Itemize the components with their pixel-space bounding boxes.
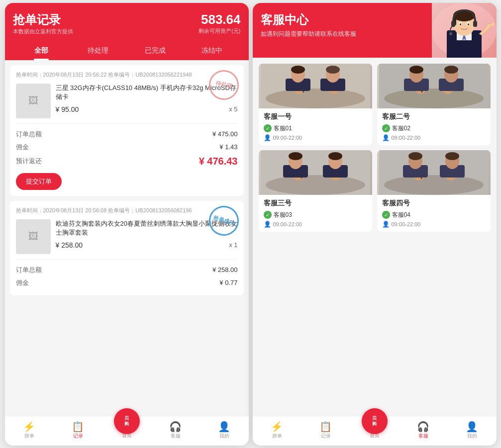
cs-status-3: ✓ 客服03 — [264, 211, 367, 219]
order-product-1: 🖼 三星 32G内存卡(CLASS10 48MB/s) 手机内存卡32g Mic… — [16, 84, 238, 118]
right-nav-pindan[interactable]: ⚡ 拼单 — [253, 416, 301, 446]
right-nav-mine[interactable]: 👤 我的 — [448, 416, 497, 446]
meeting-svg-3 — [261, 150, 370, 195]
cs-image-2 — [377, 64, 491, 108]
product-image-1: 🖼 — [16, 84, 51, 118]
svg-point-13 — [449, 32, 452, 35]
left-phone: 抢单记录 本数据由立返利官方提供 583.64 剩余可用资产(元) 全部 待处理… — [5, 3, 249, 446]
svg-point-55 — [384, 175, 484, 195]
nav-mine[interactable]: 👤 我的 — [200, 416, 249, 446]
cs-card-info-2: 客服二号 ✓ 客服02 👤 09:00-22:00 — [377, 108, 491, 145]
order-total-row-2: 订单总额 ¥ 258.00 — [16, 264, 238, 276]
svg-point-29 — [384, 89, 484, 108]
tab-pending[interactable]: 待处理 — [70, 41, 127, 60]
cs-card-4[interactable]: 客服四号 ✓ 客服04 👤 09:00-22:00 — [377, 150, 491, 232]
cs-card-3[interactable]: 客服三号 ✓ 客服03 👤 09:00-22:00 — [259, 150, 372, 232]
order-total-row-1: 订单总额 ¥ 475.00 — [16, 128, 238, 141]
order-card-1: 抢单时间：2020年08月13日 20:56:22 抢单编号：UB2008132… — [10, 65, 244, 196]
product-price-1: ¥ 95.00 — [56, 105, 79, 113]
status-dot-2: ✓ — [382, 124, 390, 132]
cs-name-4: 客服04 — [392, 211, 410, 219]
tab-all[interactable]: 全部 — [13, 41, 70, 60]
svg-point-27 — [326, 66, 340, 74]
page-title: 抢单记录 — [13, 12, 73, 28]
right-nav-pindan-label: 拼单 — [272, 433, 282, 440]
svg-point-9 — [460, 23, 461, 25]
home-icon: 贝购 — [124, 416, 129, 427]
cs-image-1 — [259, 64, 372, 108]
clock-icon-4: 👤 — [382, 221, 390, 228]
cs-name-2: 客服02 — [392, 124, 410, 133]
nav-mine-label: 我的 — [219, 433, 229, 440]
nav-home-center[interactable]: 贝购 首页 — [102, 416, 151, 446]
svg-point-16 — [266, 89, 365, 108]
tab-completed[interactable]: 已完成 — [127, 41, 184, 60]
cs-status-1: ✓ 客服01 — [264, 124, 367, 133]
cs-card-info-3: 客服三号 ✓ 客服03 👤 09:00-22:00 — [259, 195, 372, 232]
svg-point-66 — [445, 152, 459, 160]
left-header: 抢单记录 本数据由立返利官方提供 583.64 剩余可用资产(元) 全部 待处理… — [5, 3, 249, 60]
cs-time-3: 👤 09:00-22:00 — [264, 221, 367, 228]
right-nav-service-label: 客服 — [418, 433, 428, 440]
product-price-2: ¥ 258.00 — [56, 241, 83, 249]
product-image-2: 🖼 — [16, 219, 51, 254]
right-home-icon: 贝购 — [372, 416, 377, 427]
order-commission-row-1: 佣金 ¥ 1.43 — [16, 141, 238, 154]
cs-time-1: 👤 09:00-22:00 — [264, 134, 367, 141]
nav-service-label: 客服 — [171, 433, 181, 440]
right-nav-home-center[interactable]: 贝购 首页 — [350, 416, 399, 446]
cs-card-1[interactable]: 客服一号 ✓ 客服01 👤 09:00-22:00 — [259, 64, 372, 145]
svg-point-42 — [266, 175, 365, 195]
nav-service[interactable]: 🎧 客服 — [151, 416, 200, 446]
left-bottom-nav: ⚡ 拼单 📋 记录 贝购 首页 🎧 客服 👤 我的 — [5, 416, 249, 446]
tab-bar: 全部 待处理 已完成 冻结中 — [13, 41, 241, 60]
order-product-2: 🖼 欧迪芬文胸套装内衣女20春夏蕾丝刺绣薄款大胸显小聚拢侧收女士胸罩套装 ¥ 2… — [16, 219, 238, 254]
balance-label: 剩余可用资产(元) — [199, 27, 240, 35]
cs-title-1: 客服一号 — [264, 112, 367, 121]
nav-record[interactable]: 📋 记录 — [54, 416, 102, 446]
order-commission-row-2: 佣金 ¥ 0.77 — [16, 276, 238, 289]
order-card-2: 抢单时间：2020年08月13日 20:56:08 抢单编号：UB2008132… — [10, 201, 244, 295]
lightning-icon: ⚡ — [23, 422, 35, 432]
nav-record-label: 记录 — [73, 433, 83, 440]
cs-name-1: 客服01 — [274, 124, 292, 133]
cs-status-2: ✓ 客服02 — [382, 124, 486, 133]
submit-order-button[interactable]: 提交订单 — [16, 173, 62, 190]
svg-point-10 — [468, 23, 469, 25]
cs-status-4: ✓ 客服04 — [382, 211, 486, 219]
order-meta-2: 抢单时间：2020年08月13日 20:56:08 抢单编号：UB2008132… — [16, 207, 238, 214]
cs-card-2[interactable]: 客服二号 ✓ 客服02 👤 09:00-22:00 — [377, 64, 491, 145]
product-price-row-1: ¥ 95.00 x 5 — [56, 105, 238, 113]
cs-time-4: 👤 09:00-22:00 — [382, 221, 486, 228]
cs-card-info-1: 客服一号 ✓ 客服01 👤 09:00-22:00 — [259, 108, 372, 145]
svg-point-52 — [289, 152, 302, 160]
clock-icon-1: 👤 — [264, 134, 271, 141]
cs-content: 客服一号 ✓ 客服01 👤 09:00-22:00 — [253, 58, 497, 416]
right-phone: 客服中心 如遇到问题需要帮助请联系在线客服 — [253, 3, 497, 446]
right-home-button[interactable]: 贝购 — [362, 408, 388, 434]
svg-rect-12 — [473, 21, 477, 27]
right-nav-record[interactable]: 📋 记录 — [301, 416, 350, 446]
right-user-icon: 👤 — [466, 422, 478, 432]
cs-title-4: 客服四号 — [382, 199, 486, 208]
cs-title-2: 客服二号 — [382, 112, 486, 121]
meeting-svg-1 — [261, 64, 370, 108]
cs-image-3 — [259, 150, 372, 195]
cs-avatar — [432, 3, 497, 58]
record-icon: 📋 — [72, 422, 84, 432]
product-qty-2: x 1 — [229, 241, 237, 249]
svg-point-26 — [291, 66, 305, 74]
home-button[interactable]: 贝购 — [114, 408, 140, 434]
svg-point-53 — [328, 152, 342, 160]
tab-frozen[interactable]: 冻结中 — [184, 41, 241, 60]
meeting-svg-2 — [379, 64, 489, 108]
svg-point-40 — [444, 66, 458, 74]
status-dot-3: ✓ — [264, 211, 272, 219]
order-meta-1: 抢单时间：2020年08月13日 20:56:22 抢单编号：UB2008132… — [16, 71, 238, 79]
right-nav-service[interactable]: 🎧 客服 — [399, 416, 448, 446]
right-headset-icon: 🎧 — [417, 422, 429, 432]
nav-pindан[interactable]: ⚡ 拼单 — [5, 416, 54, 446]
orders-list: 抢单时间：2020年08月13日 20:56:22 抢单编号：UB2008132… — [5, 60, 249, 416]
right-bottom-nav: ⚡ 拼单 📋 记录 贝购 首页 🎧 客服 👤 我的 — [253, 416, 497, 446]
status-dot-4: ✓ — [382, 211, 390, 219]
